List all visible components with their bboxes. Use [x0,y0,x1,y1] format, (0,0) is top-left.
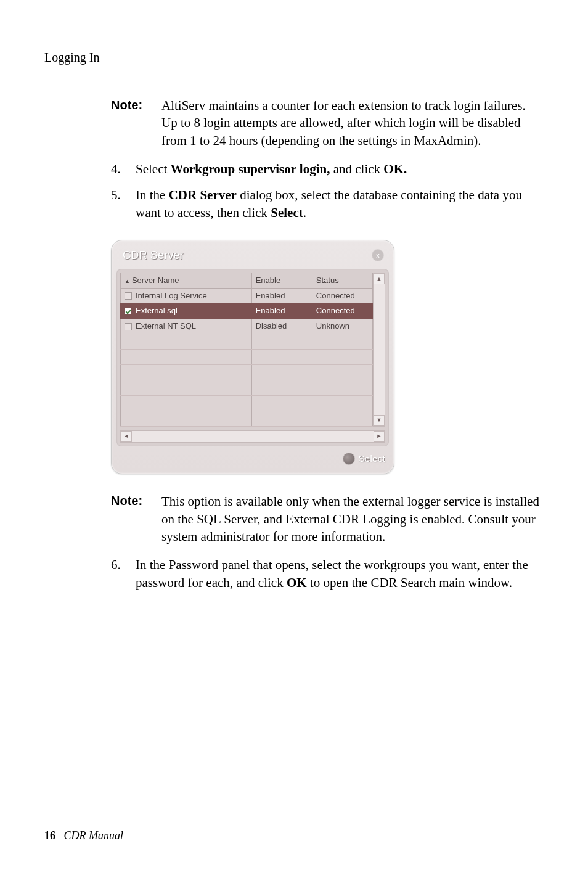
column-header-server-name[interactable]: ▲Server Name [121,273,252,289]
scroll-down-icon[interactable]: ▼ [374,415,385,426]
close-icon: x [376,251,380,260]
table-row[interactable]: External sqlEnabledConnected [121,303,373,319]
text: and click [330,162,383,176]
table-row-empty [121,364,373,380]
scroll-up-icon[interactable]: ▲ [374,273,385,284]
close-button[interactable]: x [372,249,384,261]
row-checkbox[interactable] [125,323,132,330]
step-number: 5. [111,186,136,221]
enable-cell: Disabled [251,319,312,334]
page-number: 16 [44,829,55,842]
text-bold: OK. [383,162,407,176]
note-label: Note: [111,97,155,149]
scroll-left-icon[interactable]: ◄ [121,431,132,442]
column-header-status[interactable]: Status [312,273,372,289]
doc-title: CDR Manual [64,829,124,842]
step-text: In the CDR Server dialog box, select the… [136,186,544,221]
page-header: Logging In [44,49,544,66]
text: In the [136,187,169,202]
table-row-empty [121,334,373,349]
enable-cell: Enabled [251,288,312,303]
horizontal-scrollbar[interactable]: ◄ ► [120,430,385,443]
select-orb-icon [343,453,355,465]
cdr-server-dialog: CDR Server x ▲Server Name Enable [111,240,394,474]
step-number: 4. [111,160,136,178]
status-cell: Connected [312,303,372,319]
column-header-enable[interactable]: Enable [251,273,312,289]
table-row-empty [121,411,373,426]
server-table[interactable]: ▲Server Name Enable Status Internal Log … [120,273,373,426]
table-row-empty [121,380,373,395]
scroll-right-icon[interactable]: ► [374,431,385,442]
status-cell: Unknown [312,319,372,334]
status-cell: Connected [312,288,372,303]
select-button-label: Select [359,453,386,465]
sort-asc-icon: ▲ [125,277,130,285]
page-footer: 16 CDR Manual [44,828,123,843]
text-bold: Select [271,205,303,220]
step-number: 6. [111,556,136,591]
text: Select [136,162,171,176]
table-row[interactable]: Internal Log ServiceEnabledConnected [121,288,373,303]
note-label: Note: [111,493,155,545]
dialog-title: CDR Server [123,248,184,263]
select-button[interactable]: Select [343,453,386,465]
step-text: In the Password panel that opens, select… [136,556,544,591]
column-label: Server Name [132,276,179,285]
table-row-empty [121,395,373,411]
text-bold: Workgroup supervisor login, [171,162,330,176]
text: . [303,205,306,220]
enable-cell: Enabled [251,303,312,319]
text-bold: CDR Server [169,187,237,202]
server-name-cell: Internal Log Service [136,291,207,300]
row-checkbox[interactable] [125,292,132,300]
server-name-cell: External sql [136,306,178,315]
vertical-scrollbar[interactable]: ▲ ▼ [373,273,385,426]
server-name-cell: External NT SQL [136,321,196,330]
text-bold: OK [287,575,307,590]
step-text: Select Workgroup supervisor login, and c… [136,160,544,178]
table-row-empty [121,349,373,364]
note-text: This option is available only when the e… [161,493,544,545]
table-row[interactable]: External NT SQLDisabledUnknown [121,319,373,334]
text: to open the CDR Search main window. [307,575,512,590]
note-text: AltiServ maintains a counter for each ex… [161,97,544,149]
row-checkbox[interactable] [125,308,132,315]
